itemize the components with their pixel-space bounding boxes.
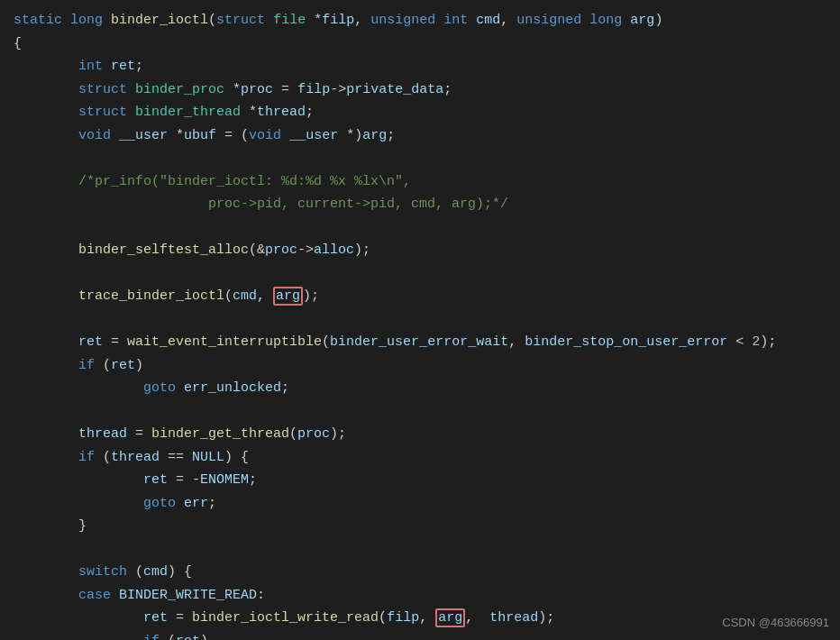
code-line-16: if (ret)	[14, 354, 826, 378]
code-line-6: void __user *ubuf = (void __user *)arg;	[14, 124, 826, 148]
code-line-11: binder_selftest_alloc(&proc->alloc);	[14, 239, 826, 262]
code-line-25: switch (cmd) {	[14, 561, 826, 584]
code-line-12	[14, 262, 826, 286]
code-line-8: /*pr_info("binder_ioctl: %d:%d %x %lx\n"…	[14, 170, 826, 194]
code-container: static long binder_ioctl(struct file *fi…	[0, 0, 840, 640]
code-line-24	[14, 538, 826, 562]
code-line-3: int ret;	[14, 55, 826, 78]
code-line-23: }	[14, 515, 826, 538]
code-line-17: goto err_unlocked;	[14, 377, 826, 400]
code-line-19: thread = binder_get_thread(proc);	[14, 423, 826, 446]
code-line-20: if (thread == NULL) {	[14, 446, 826, 470]
highlight-arg-1: arg	[273, 287, 303, 306]
code-line-22: goto err;	[14, 492, 826, 516]
code-line-5: struct binder_thread *thread;	[14, 101, 826, 124]
code-line-2: {	[14, 32, 826, 56]
code-line-21: ret = -ENOMEM;	[14, 469, 826, 492]
code-line-7	[14, 147, 826, 170]
code-line-28: if (ret)	[14, 630, 826, 641]
code-line-4: struct binder_proc *proc = filp->private…	[14, 78, 826, 102]
code-line-9: proc->pid, current->pid, cmd, arg);*/	[14, 193, 826, 216]
code-line-15: ret = wait_event_interruptible(binder_us…	[14, 331, 826, 354]
highlight-arg-2: arg	[435, 608, 465, 627]
code-line-13: trace_binder_ioctl(cmd, arg);	[14, 285, 826, 308]
code-line-18	[14, 400, 826, 424]
code-line-26: case BINDER_WRITE_READ:	[14, 584, 826, 608]
code-line-27: ret = binder_ioctl_write_read(filp, arg,…	[14, 607, 826, 630]
code-line-14	[14, 308, 826, 332]
code-line-1: static long binder_ioctl(struct file *fi…	[14, 9, 826, 32]
watermark: CSDN @463666991	[722, 613, 829, 633]
code-line-10	[14, 216, 826, 240]
